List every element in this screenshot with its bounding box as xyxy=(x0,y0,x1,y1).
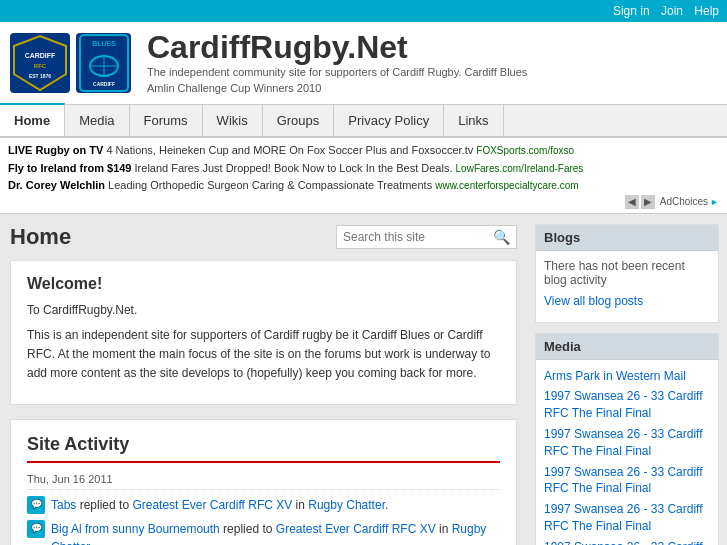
media-item-1[interactable]: 1997 Swansea 26 - 33 Cardiff RFC The Fin… xyxy=(544,388,710,422)
activity-user-1[interactable]: Tabs xyxy=(51,498,76,512)
nav: Home Media Forums Wikis Groups Privacy P… xyxy=(0,105,727,138)
activity-location-1[interactable]: Rugby Chatter xyxy=(308,498,385,512)
main-content: Home 🔍 Welcome! To CardiffRugby.Net. Thi… xyxy=(0,214,727,545)
join-link[interactable]: Join xyxy=(661,4,683,18)
media-item-3[interactable]: 1997 Swansea 26 - 33 Cardiff RFC The Fin… xyxy=(544,464,710,498)
nav-item-media[interactable]: Media xyxy=(65,105,129,136)
media-body: Arms Park in Western Mail 1997 Swansea 2… xyxy=(536,360,718,545)
media-title: Media xyxy=(536,334,718,360)
ad-title-2: Fly to Ireland from $149 xyxy=(8,162,135,174)
top-bar: Sign in Join Help xyxy=(0,0,727,22)
welcome-para1: To CardiffRugby.Net. xyxy=(27,301,500,320)
nav-item-privacy[interactable]: Privacy Policy xyxy=(334,105,444,136)
activity-link-1[interactable]: Greatest Ever Cardiff RFC XV xyxy=(132,498,292,512)
cardiff-blues-logo: BLUES CARDIFF xyxy=(76,33,131,93)
ad-prev-button[interactable]: ◀ xyxy=(625,195,639,209)
right-sidebar: Blogs There has not been recent blog act… xyxy=(527,214,727,545)
media-item-0[interactable]: Arms Park in Western Mail xyxy=(544,368,710,385)
nav-item-groups[interactable]: Groups xyxy=(263,105,335,136)
nav-item-wikis[interactable]: Wikis xyxy=(203,105,263,136)
ad-body-3: Leading Orthopedic Surgeon Caring & Comp… xyxy=(108,179,435,191)
site-title-area: CardiffRugby.Net The independent communi… xyxy=(147,30,527,96)
cardiff-rfc-logo: CARDIFF RFC EST 1876 xyxy=(10,33,70,93)
ad-banner: LIVE Rugby on TV 4 Nations, Heineken Cup… xyxy=(0,138,727,214)
logo-area: CARDIFF RFC EST 1876 BLUES CARDIFF xyxy=(10,33,131,93)
activity-item-1: 💬 Tabs replied to Greatest Ever Cardiff … xyxy=(27,496,500,514)
center-col: Home 🔍 Welcome! To CardiffRugby.Net. Thi… xyxy=(0,214,527,545)
media-item-5[interactable]: 1997 Swansea 26 - 33 Cardiff RFC The xyxy=(544,539,710,545)
blogs-no-activity: There has not been recent blog activity xyxy=(544,259,710,287)
activity-item-2: 💬 Big Al from sunny Bournemouth replied … xyxy=(27,520,500,546)
page-title: Home xyxy=(10,224,71,250)
ad-title-1: LIVE Rugby on TV xyxy=(8,144,106,156)
search-icon[interactable]: 🔍 xyxy=(493,229,510,245)
activity-user-2[interactable]: Big Al from sunny Bournemouth xyxy=(51,522,220,536)
media-item-2[interactable]: 1997 Swansea 26 - 33 Cardiff RFC The Fin… xyxy=(544,426,710,460)
ad-title-3: Dr. Corey Welchlin xyxy=(8,179,108,191)
ad-line-3[interactable]: Dr. Corey Welchlin Leading Orthopedic Su… xyxy=(8,177,719,195)
site-name: CardiffRugby.Net xyxy=(147,30,527,65)
activity-text-1: Tabs replied to Greatest Ever Cardiff RF… xyxy=(51,496,388,514)
blogs-view-all[interactable]: View all blog posts xyxy=(544,293,710,310)
ad-choices-icon: ► xyxy=(710,197,719,207)
blogs-title: Blogs xyxy=(536,225,718,251)
ad-choices-label: AdChoices xyxy=(660,196,708,207)
ad-body-1: 4 Nations, Heineken Cup and MORE On Fox … xyxy=(106,144,476,156)
svg-text:CARDIFF: CARDIFF xyxy=(93,81,115,87)
help-link[interactable]: Help xyxy=(694,4,719,18)
activity-link-2[interactable]: Greatest Ever Cardiff RFC XV xyxy=(276,522,436,536)
header: CARDIFF RFC EST 1876 BLUES CARDIFF Cardi… xyxy=(0,22,727,105)
media-section: Media Arms Park in Western Mail 1997 Swa… xyxy=(535,333,719,545)
svg-text:CARDIFF: CARDIFF xyxy=(24,52,55,59)
site-activity-heading: Site Activity xyxy=(27,434,500,463)
activity-text-2: Big Al from sunny Bournemouth replied to… xyxy=(51,520,500,546)
ad-next-button[interactable]: ▶ xyxy=(641,195,655,209)
ad-body-2: Ireland Fares Just Dropped! Book Now to … xyxy=(135,162,456,174)
ad-controls: ◀ ▶ AdChoices ► xyxy=(8,195,719,209)
ad-line-1[interactable]: LIVE Rugby on TV 4 Nations, Heineken Cup… xyxy=(8,142,719,160)
ad-url-1: FOXSports.com/foxso xyxy=(476,145,574,156)
site-activity: Site Activity Thu, Jun 16 2011 💬 Tabs re… xyxy=(10,419,517,546)
search-input[interactable] xyxy=(343,230,493,244)
site-tagline-2: Amlin Challenge Cup Winners 2010 xyxy=(147,81,527,96)
activity-icon-1: 💬 xyxy=(27,496,45,514)
svg-text:BLUES: BLUES xyxy=(92,40,116,47)
welcome-para2: This is an independent site for supporte… xyxy=(27,326,500,384)
svg-text:EST 1876: EST 1876 xyxy=(28,73,50,79)
ad-line-2[interactable]: Fly to Ireland from $149 Ireland Fares J… xyxy=(8,160,719,178)
ad-url-3: www.centerforspecialtycare.com xyxy=(435,180,578,191)
ad-url-2: LowFares.com/Ireland-Fares xyxy=(456,163,584,174)
signin-link[interactable]: Sign in xyxy=(613,4,650,18)
search-bar[interactable]: 🔍 xyxy=(336,225,517,249)
site-tagline-1: The independent community site for suppo… xyxy=(147,65,527,80)
activity-icon-2: 💬 xyxy=(27,520,45,538)
nav-item-links[interactable]: Links xyxy=(444,105,503,136)
nav-item-home[interactable]: Home xyxy=(0,103,65,136)
nav-item-forums[interactable]: Forums xyxy=(130,105,203,136)
media-item-4[interactable]: 1997 Swansea 26 - 33 Cardiff RFC The Fin… xyxy=(544,501,710,535)
welcome-heading: Welcome! xyxy=(27,275,500,293)
page-title-bar: Home 🔍 xyxy=(10,224,517,250)
blogs-section: Blogs There has not been recent blog act… xyxy=(535,224,719,323)
welcome-box: Welcome! To CardiffRugby.Net. This is an… xyxy=(10,260,517,405)
activity-date: Thu, Jun 16 2011 xyxy=(27,473,500,490)
blogs-body: There has not been recent blog activity … xyxy=(536,251,718,322)
svg-text:RFC: RFC xyxy=(33,63,46,69)
